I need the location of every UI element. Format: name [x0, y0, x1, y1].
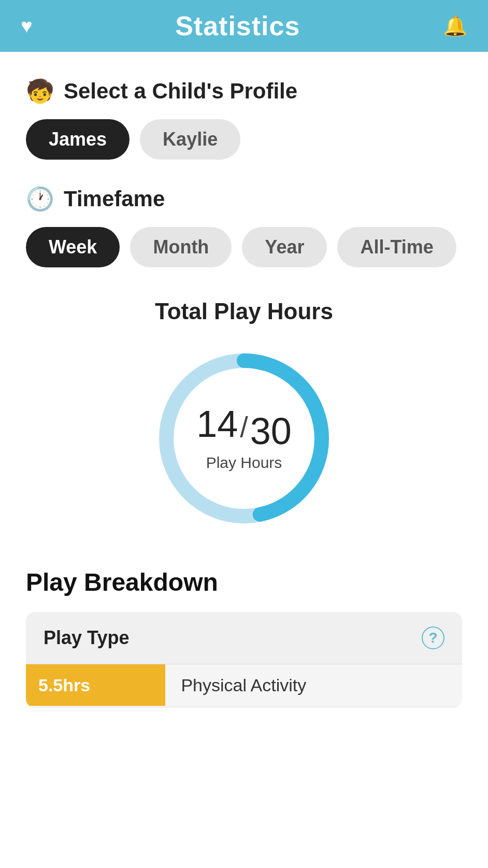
- donut-label: Play Hours: [206, 454, 282, 472]
- timeframe-label: Timefame: [64, 187, 165, 211]
- breakdown-card-header: Play Type ?: [26, 612, 462, 664]
- breakdown-bar: 5.5hrs: [26, 664, 165, 706]
- heart-icon[interactable]: ♥: [21, 16, 33, 36]
- donut-chart: 14 / 30 Play Hours: [151, 345, 337, 532]
- play-hours-section: Total Play Hours 14 / 30 Play Hours: [0, 298, 488, 532]
- child-icon: 🧒: [26, 78, 54, 105]
- help-icon[interactable]: ?: [422, 627, 444, 649]
- donut-slash: /: [240, 412, 248, 442]
- clock-icon: 🕐: [26, 186, 54, 212]
- main-content: 🧒 Select a Child's Profile James Kaylie …: [0, 52, 488, 267]
- timeframe-pill-year[interactable]: Year: [242, 227, 327, 267]
- breakdown-card: Play Type ? 5.5hrs Physical Activity: [26, 612, 462, 708]
- child-pill-james[interactable]: James: [26, 119, 130, 160]
- child-selector: James Kaylie: [26, 119, 462, 160]
- breakdown-title: Play Breakdown: [26, 568, 462, 596]
- breakdown-activity-label: Physical Activity: [181, 675, 306, 695]
- play-hours-title: Total Play Hours: [155, 298, 333, 324]
- child-profile-heading: 🧒 Select a Child's Profile: [26, 78, 462, 105]
- donut-center: 14 / 30 Play Hours: [196, 405, 292, 472]
- breakdown-card-header-text: Play Type: [44, 627, 129, 649]
- child-pill-kaylie[interactable]: Kaylie: [140, 119, 240, 160]
- timeframe-pill-week[interactable]: Week: [26, 227, 120, 267]
- timeframe-section: 🕐 Timefame Week Month Year All-Time: [26, 186, 462, 267]
- app-header: ♥ Statistics 🔔: [0, 0, 488, 52]
- breakdown-section: Play Breakdown Play Type ? 5.5hrs Physic…: [0, 568, 488, 708]
- breakdown-bar-hours: 5.5hrs: [38, 675, 90, 695]
- breakdown-row: 5.5hrs Physical Activity: [26, 664, 462, 706]
- page-title: Statistics: [175, 10, 300, 41]
- donut-denominator: 30: [250, 412, 292, 450]
- breakdown-row-label: Physical Activity: [165, 664, 462, 706]
- child-profile-label: Select a Child's Profile: [64, 79, 297, 104]
- timeframe-selector: Week Month Year All-Time: [26, 227, 462, 267]
- timeframe-pill-alltime[interactable]: All-Time: [337, 227, 456, 267]
- timeframe-pill-month[interactable]: Month: [130, 227, 232, 267]
- timeframe-heading: 🕐 Timefame: [26, 186, 462, 212]
- donut-numerator: 14: [196, 405, 238, 443]
- donut-fraction: 14 / 30: [196, 405, 292, 450]
- bell-icon[interactable]: 🔔: [443, 15, 467, 37]
